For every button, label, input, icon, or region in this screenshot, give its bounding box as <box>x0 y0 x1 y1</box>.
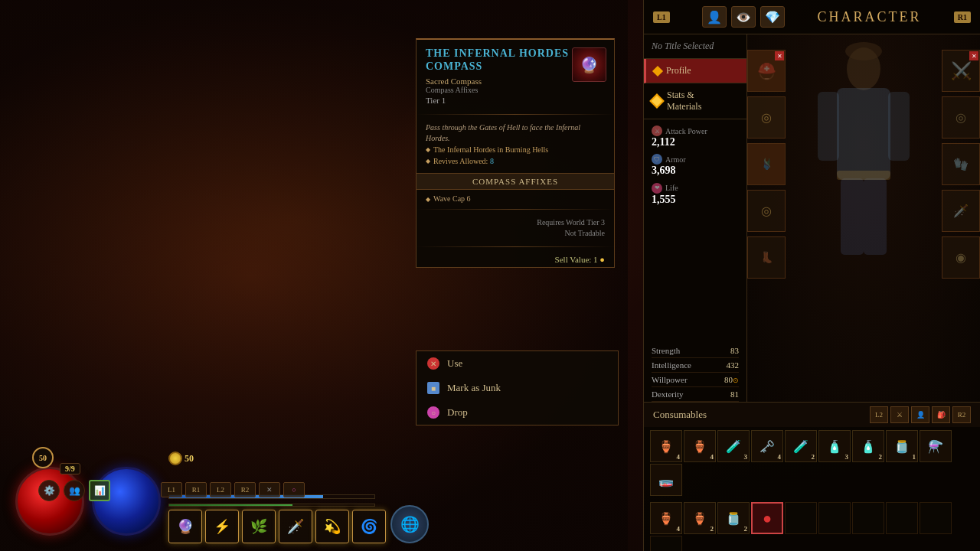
equip-slot-offhand[interactable]: 🗡️ <box>942 190 980 232</box>
equip-slot-helm[interactable]: ⛑️ ✕ <box>747 50 786 92</box>
character-header: L1 👤 👁️ 💎 CHARACTER R1 <box>644 0 980 34</box>
cons-slot-1[interactable]: 🏺4 <box>650 430 682 462</box>
tab-profile[interactable]: Profile <box>644 59 746 83</box>
cons-slot-8[interactable]: 🫙1 <box>886 430 918 462</box>
dexterity-label: Dexterity <box>652 390 684 399</box>
skill-slot-4[interactable]: 🗡️ <box>279 510 312 543</box>
attack-power-value: 2,112 <box>652 136 739 148</box>
tab-stats-materials[interactable]: Stats &Materials <box>644 83 746 119</box>
willpower-value: 80⊙ <box>724 375 739 384</box>
cons-slot-9[interactable]: ⚗️ <box>920 430 952 462</box>
gold-hud-value: 50 <box>185 453 194 465</box>
strength-value: 83 <box>730 346 739 355</box>
hud-skill-indicator[interactable]: 📊 <box>89 480 110 501</box>
equip-slot-amulet[interactable]: ◉ <box>942 236 980 279</box>
divider-1 <box>416 114 614 115</box>
life-icon: ❤ <box>652 183 662 194</box>
skill-slot-5[interactable]: 💫 <box>315 510 349 543</box>
strength-row: Strength 83 <box>652 344 739 358</box>
profile-tab-label: Profile <box>666 65 691 77</box>
corner-btn-r1[interactable]: R1 <box>185 482 207 497</box>
bullet-diamond-2: ◆ <box>426 158 430 165</box>
equip-slot-gloves[interactable]: 🧤 <box>942 143 980 185</box>
corner-btn-r2[interactable]: R2 <box>234 482 256 497</box>
char-icon-2[interactable]: 👁️ <box>731 6 756 28</box>
intelligence-row: Intelligence 432 <box>652 358 739 373</box>
equip-slot-ring2[interactable]: ◎ <box>747 190 786 232</box>
tab-sword[interactable]: ⚔ <box>890 406 909 423</box>
svg-rect-1 <box>837 88 890 180</box>
consumables-grid-row2: 🏺4 🏺2 🫙2 ● <box>644 499 980 551</box>
corner-btn-x[interactable]: ✕ <box>259 482 280 497</box>
character-title: CHARACTER <box>817 9 921 25</box>
cons-slot-5[interactable]: 🧪2 <box>785 430 817 462</box>
cons-slot-16-empty <box>818 502 851 534</box>
attack-icon: ⚔ <box>652 126 662 136</box>
points-display: 9/9 <box>60 463 80 474</box>
skill-slot-1[interactable]: 🔮 <box>168 510 202 543</box>
resource-bar-fill <box>169 504 292 506</box>
affix-diamond: ◆ <box>426 196 430 203</box>
context-menu: ✕ Use ■ Mark as Junk ○ Drop <box>416 350 619 425</box>
item-requirements: Requires World Tier 3 Not Tradable <box>416 214 614 242</box>
cons-slot-20-empty <box>650 536 682 551</box>
bullet-1: ◆ The Infernal Hordes in Burning Hells <box>426 144 605 155</box>
context-drop[interactable]: ○ Drop <box>416 400 618 425</box>
corner-btn-l1[interactable]: L1 <box>161 482 182 497</box>
svg-rect-7 <box>837 171 890 180</box>
character-figure <box>802 34 925 341</box>
item-subtype: Compass Affixes <box>426 86 605 94</box>
r1-button[interactable]: R1 <box>954 11 971 23</box>
consumables-area: Consumables L2 ⚔ 👤 🎒 R2 🏺4 🏺4 🧪3 🗝️4 🧪2 … <box>644 402 980 551</box>
character-model: ⛑️ ✕ ◎ 🩱 ◎ 👢 <box>747 34 980 402</box>
affix-header: COMPASS AFFIXES <box>416 173 614 190</box>
item-description: Pass through the Gates of Hell to face t… <box>426 122 605 144</box>
attack-power-row: ⚔ Attack Power 2,112 <box>652 126 739 148</box>
life-value: 1,555 <box>652 194 739 205</box>
resource-bar <box>168 504 375 507</box>
equip-slot-legs[interactable]: 🩱 <box>747 143 786 185</box>
svg-rect-4 <box>841 178 864 255</box>
tab-bag[interactable]: 🎒 <box>932 406 950 423</box>
tab-r2[interactable]: R2 <box>952 406 971 423</box>
hud-icon-2[interactable]: 👥 <box>64 480 85 501</box>
cons-slot-10[interactable]: 🧫 <box>650 464 682 496</box>
sell-value: Sell Value: 1 ● <box>416 252 614 267</box>
armor-icon: 🛡 <box>652 154 662 165</box>
equip-slots-left: ⛑️ ✕ ◎ 🩱 ◎ 👢 <box>747 50 786 279</box>
consumables-tabs: L2 ⚔ 👤 🎒 R2 <box>870 406 971 423</box>
context-mark-junk[interactable]: ■ Mark as Junk <box>416 376 618 400</box>
corner-btn-o[interactable]: ○ <box>283 482 305 497</box>
cons-slot-13[interactable]: 🫙2 <box>717 502 750 534</box>
cons-slot-4[interactable]: 🗝️4 <box>751 430 783 462</box>
core-stats: ⚔ Attack Power 2,112 🛡 Armor 3,698 ❤ Li <box>644 119 746 344</box>
equip-slot-ring1[interactable]: ◎ <box>747 96 786 139</box>
gold-counter-hud: 50 <box>168 452 194 465</box>
equip-slot-shoulders[interactable]: ◎ <box>942 96 980 139</box>
equip-slot-boots[interactable]: 👢 <box>747 236 786 279</box>
skill-slot-2[interactable]: ⚡ <box>205 510 239 543</box>
cons-slot-11[interactable]: 🏺4 <box>650 502 682 534</box>
life-row: ❤ Life 1,555 <box>652 183 739 205</box>
cons-slot-7[interactable]: 🧴2 <box>852 430 884 462</box>
tab-l2[interactable]: L2 <box>870 406 888 423</box>
corner-btn-l2[interactable]: L2 <box>210 482 231 497</box>
char-icon-1[interactable]: 👤 <box>702 6 727 28</box>
extra-circle-icon[interactable]: 🌐 <box>390 505 429 543</box>
cons-slot-3[interactable]: 🧪3 <box>717 430 750 462</box>
cons-slot-2[interactable]: 🏺4 <box>684 430 716 462</box>
equip-slot-weapon[interactable]: ⚔️ ✕ <box>942 50 980 92</box>
char-icon-3[interactable]: 💎 <box>760 6 785 28</box>
context-use[interactable]: ✕ Use <box>416 351 618 376</box>
right-panel: L1 👤 👁️ 💎 CHARACTER R1 No Title Selected… <box>643 0 980 551</box>
l1-button[interactable]: L1 <box>653 11 670 23</box>
cons-slot-12[interactable]: 🏺2 <box>684 502 716 534</box>
tab-person[interactable]: 👤 <box>911 406 929 423</box>
extra-icons: 🌐 <box>390 505 429 543</box>
cons-slot-6[interactable]: 🧴3 <box>818 430 851 462</box>
cons-slot-14-selected[interactable]: ● <box>751 502 783 534</box>
tab-buttons: Profile Stats &Materials <box>644 59 746 119</box>
skill-slot-6[interactable]: 🌀 <box>352 510 386 543</box>
skill-slot-3[interactable]: 🌿 <box>242 510 276 543</box>
hud-icon-1[interactable]: ⚙️ <box>38 480 60 501</box>
